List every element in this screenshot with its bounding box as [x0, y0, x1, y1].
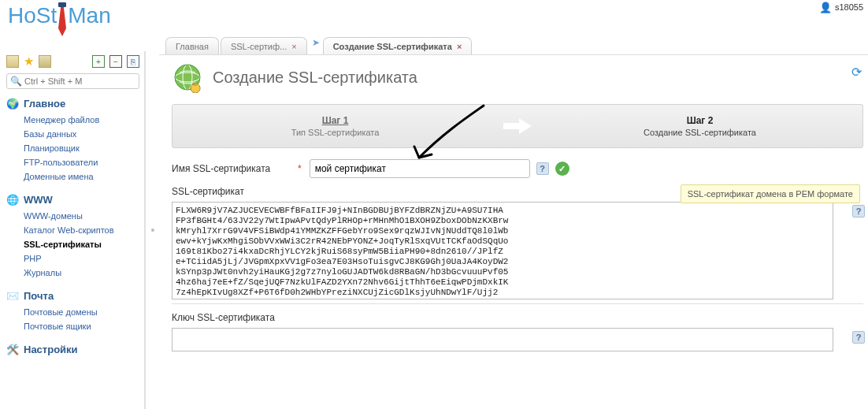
file-icon[interactable] — [6, 55, 19, 68]
tools-icon: 🛠️ — [6, 343, 19, 355]
user-name[interactable]: s18055 — [835, 2, 863, 12]
mi-databases[interactable]: Базы данных — [6, 127, 139, 141]
panel-collapse-handle[interactable] — [149, 51, 157, 409]
mi-wwwdomains[interactable]: WWW-домены — [6, 209, 139, 223]
globe-green-icon: 🌍 — [6, 97, 19, 110]
wizard-step-1-sub: Тип SSL-сертификата — [172, 128, 498, 137]
section-mail-label: Почта — [24, 290, 54, 302]
help-icon[interactable]: ? — [852, 331, 865, 344]
required-mark: * — [298, 163, 302, 174]
tab-ssl-list[interactable]: SSL-сертиф...× — [221, 37, 307, 55]
svg-rect-0 — [58, 2, 66, 7]
tab-main-label: Главная — [176, 42, 209, 51]
mi-webscripts[interactable]: Каталог Web-скриптов — [6, 223, 139, 237]
sidebar-search[interactable]: 🔍 — [6, 73, 139, 89]
section-main[interactable]: 🌍 Главное — [6, 97, 139, 110]
help-icon[interactable]: ? — [536, 162, 549, 175]
left-toolbar: ★ + − ⎘ — [6, 54, 139, 69]
tab-ssl-create-label: Создание SSL-сертификата — [333, 42, 452, 51]
cert-name-input[interactable] — [310, 159, 530, 178]
mi-maildomains[interactable]: Почтовые домены — [6, 305, 139, 319]
wizard-step-1-title: Шаг 1 — [172, 115, 498, 126]
cert-key-label: Ключ SSL-сертификата — [172, 312, 868, 323]
page-icon — [172, 61, 203, 93]
mi-logs[interactable]: Журналы — [6, 266, 139, 280]
cert-body-textarea[interactable] — [172, 202, 833, 299]
tab-ssl-create[interactable]: Создание SSL-сертификата× — [323, 37, 473, 55]
cert-name-label: Имя SSL-сертификата — [172, 163, 298, 174]
tooltip-note: SSL-сертификат домена в PEM формате — [681, 184, 860, 203]
mi-scheduler[interactable]: Планировщик — [6, 141, 139, 155]
wizard: Шаг 1 Тип SSL-сертификата Шаг 2 Создание… — [172, 104, 863, 148]
search-input[interactable] — [24, 76, 127, 86]
tab-ssl-list-label: SSL-сертиф... — [231, 42, 287, 51]
star-icon[interactable]: ★ — [24, 54, 34, 69]
plus-button[interactable]: + — [92, 55, 105, 68]
separator — [172, 303, 863, 304]
wizard-step-2-sub: Создание SSL-сертификата — [537, 128, 862, 137]
section-www-label: WWW — [24, 194, 53, 206]
wizard-step-2[interactable]: Шаг 2 Создание SSL-сертификата — [537, 115, 862, 137]
logo-part2: Man — [68, 3, 110, 28]
section-mail[interactable]: ✉️ Почта — [6, 289, 139, 302]
mi-filemanager[interactable]: Менеджер файлов — [6, 113, 139, 127]
valid-icon: ✓ — [555, 162, 569, 176]
wizard-arrow-icon — [498, 115, 537, 137]
section-www[interactable]: 🌐 WWW — [6, 193, 139, 206]
refresh-icon[interactable]: ⟳ — [851, 65, 862, 80]
user-icon: 👤 — [819, 2, 832, 13]
file2-icon[interactable] — [39, 55, 51, 68]
pin-button[interactable]: ⎘ — [127, 55, 139, 68]
section-settings-label: Настройки — [24, 344, 78, 355]
mi-ssl[interactable]: SSL-сертификаты — [6, 237, 139, 251]
cert-key-textarea[interactable] — [172, 328, 833, 351]
tab-main[interactable]: Главная — [165, 37, 219, 55]
section-settings[interactable]: 🛠️ Настройки — [6, 343, 139, 355]
close-icon[interactable]: × — [457, 42, 462, 51]
breadcrumb-arrow-icon: ➤ — [309, 37, 323, 51]
mi-mailboxes[interactable]: Почтовые ящики — [6, 319, 139, 333]
section-main-label: Главное — [24, 98, 65, 110]
wizard-step-2-title: Шаг 2 — [537, 115, 862, 126]
mail-icon: ✉️ — [6, 289, 19, 302]
mi-ftp[interactable]: FTP-пользователи — [6, 155, 139, 169]
wizard-step-1[interactable]: Шаг 1 Тип SSL-сертификата — [172, 115, 498, 137]
logo[interactable]: HoStMan — [8, 3, 111, 28]
help-icon[interactable]: ? — [852, 205, 865, 218]
mi-domains[interactable]: Доменные имена — [6, 169, 139, 184]
search-icon: 🔍 — [10, 76, 22, 87]
minus-button[interactable]: − — [109, 55, 122, 68]
close-icon[interactable]: × — [291, 42, 296, 51]
globe-blue-icon: 🌐 — [6, 193, 19, 206]
mi-php[interactable]: PHP — [6, 251, 139, 266]
page-title: Создание SSL-сертификата — [213, 69, 417, 87]
logo-part1: HoSt — [8, 3, 57, 28]
